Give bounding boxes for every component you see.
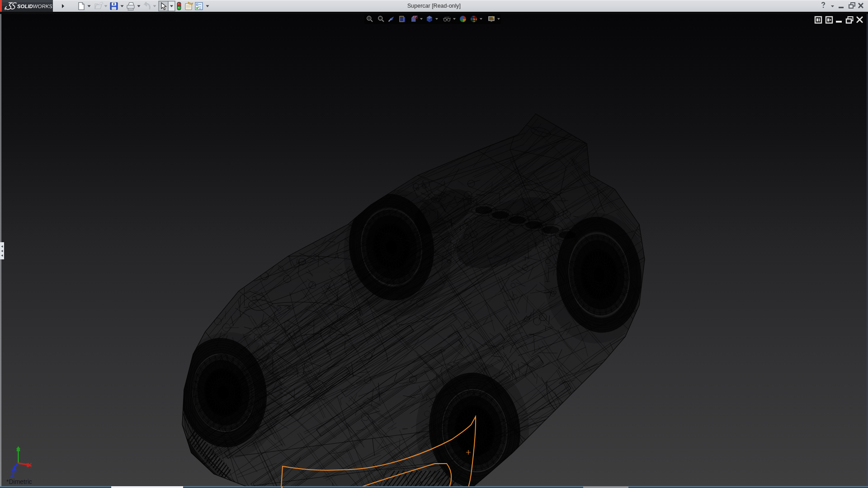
svg-text:*Dimetric: *Dimetric bbox=[6, 478, 32, 485]
